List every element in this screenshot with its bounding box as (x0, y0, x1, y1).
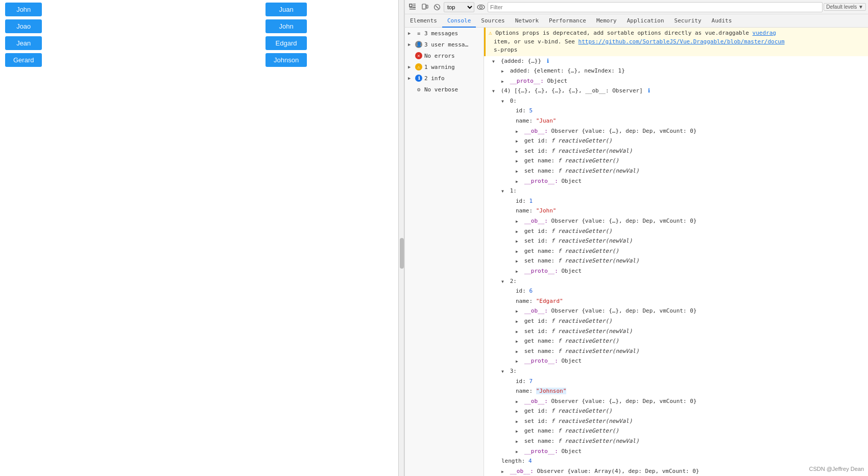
tab-console[interactable]: Console (442, 14, 476, 28)
tab-performance[interactable]: Performance (544, 14, 591, 28)
expand-added-element[interactable] (501, 66, 507, 76)
btn-juan[interactable]: Juan (266, 3, 307, 16)
expand-added-object[interactable] (492, 57, 497, 66)
sidebar-item-no-verbose[interactable]: ▶ ⚙ No verbose (405, 84, 484, 95)
item-0-get-name-val: f reactiveGetter() (558, 157, 619, 164)
item-1-proto-key: __proto__: (524, 268, 558, 274)
warning-link-2[interactable]: https://github.com/SortableJS/Vue.Dragga… (578, 38, 785, 45)
device-toolbar-button[interactable] (419, 2, 430, 13)
expand-item-1-set-name[interactable] (516, 256, 521, 266)
tab-elements[interactable]: Elements (405, 14, 442, 28)
expand-item-1-get-name[interactable] (516, 247, 521, 256)
item-1-set-id-val: f reactiveSetter(newVal) (551, 237, 633, 244)
expand-item-1[interactable] (501, 186, 507, 196)
expand-item-3-ob[interactable] (516, 397, 521, 406)
expand-item-3-get-id[interactable] (516, 407, 521, 416)
expand-item-3-proto[interactable] (516, 447, 521, 456)
item-2-get-name-val: f reactiveGetter() (558, 338, 619, 344)
expand-item-0-set-id[interactable] (516, 147, 521, 156)
log-item-0-get-id: get id: f reactiveGetter() (484, 136, 868, 146)
eye-button[interactable] (475, 2, 487, 13)
log-item-2-id: id: 6 (484, 286, 868, 296)
item-2-set-name-key: set name: (524, 348, 555, 354)
item-0-get-name-key: get name: (524, 157, 555, 164)
log-added-object: {added: {…}} ℹ (484, 56, 868, 66)
warning-icon: ⚠ (415, 63, 422, 70)
expand-item-0-ob[interactable] (516, 127, 521, 136)
log-item-3-id: id: 7 (484, 376, 868, 387)
expand-item-0-set-name[interactable] (516, 166, 521, 176)
sidebar-item-user-messages[interactable]: ▶ 👤 3 user messa… (405, 39, 484, 50)
sidebar-item-info[interactable]: ▶ ℹ 2 info (405, 73, 484, 84)
sidebar-item-no-errors[interactable]: ▶ ✕ No errors (405, 50, 484, 61)
item-3-id-val: 7 (529, 378, 533, 385)
expand-item-1-set-id[interactable] (516, 236, 521, 246)
expand-item-2-get-name[interactable] (516, 337, 521, 346)
expand-item-1-get-id[interactable] (516, 227, 521, 236)
item-3-proto-val: Object (561, 448, 582, 455)
expand-added-proto[interactable] (501, 77, 507, 86)
tab-sources[interactable]: Sources (476, 14, 510, 28)
expand-ob[interactable] (501, 467, 507, 476)
btn-gerard[interactable]: Gerard (5, 53, 42, 67)
sidebar-item-messages[interactable]: ▶ ≡ 3 messages (405, 28, 484, 39)
btn-john[interactable]: John (5, 3, 42, 16)
warning-link-1[interactable]: vuedrag (753, 30, 776, 36)
scrollbar-thumb[interactable] (400, 238, 404, 269)
log-item-2-header: 2: (484, 276, 868, 287)
log-item-1-set-id: set id: f reactiveSetter(newVal) (484, 236, 868, 246)
expand-item-2[interactable] (501, 277, 507, 286)
item-3-set-id-key: set id: (524, 418, 548, 424)
log-item-3-header: 3: (484, 366, 868, 376)
length-val: 4 (528, 458, 532, 464)
expand-item-3-set-name[interactable] (516, 437, 521, 446)
console-filter-input[interactable] (488, 2, 823, 12)
expand-item-0-get-name[interactable] (516, 156, 521, 165)
sidebar-item-warning[interactable]: ▶ ⚠ 1 warning (405, 61, 484, 73)
expand-item-0-proto[interactable] (516, 177, 521, 186)
item-2-proto-key: __proto__: (524, 358, 558, 364)
expand-item-2-set-name[interactable] (516, 347, 521, 356)
expand-item-3-set-id[interactable] (516, 417, 521, 426)
expand-item-2-proto[interactable] (516, 356, 521, 366)
context-selector[interactable]: top (444, 2, 474, 12)
expand-item-2-get-id[interactable] (516, 317, 521, 326)
expand-item-3-get-name[interactable] (516, 426, 521, 436)
log-array: (4) [{…}, {…}, {…}, {…}, __ob__: Observe… (484, 86, 868, 96)
expand-arrow-user-messages: ▶ (408, 42, 413, 47)
tab-audits[interactable]: Audits (707, 14, 737, 28)
expand-item-0[interactable] (501, 97, 507, 106)
info-badge: ℹ (547, 58, 549, 64)
item-0-ob-key: __ob__: (524, 128, 548, 134)
btn-johnson[interactable]: Johnson (266, 53, 307, 67)
expand-item-1-ob[interactable] (516, 217, 521, 226)
expand-array[interactable] (492, 86, 497, 96)
log-added-element: added: {element: {…}, newIndex: 1} (484, 66, 868, 76)
item-0-set-id-key: set id: (524, 148, 548, 154)
expand-item-0-get-id[interactable] (516, 136, 521, 146)
inspect-element-button[interactable] (407, 2, 418, 13)
expand-item-2-set-id[interactable] (516, 327, 521, 336)
log-item-2-set-name: set name: f reactiveSetter(newVal) (484, 346, 868, 356)
default-levels-button[interactable]: Default levels ▼ (824, 3, 866, 11)
console-log-area: ⚠ Options props is deprecated, add sorta… (484, 28, 868, 476)
expand-item-2-ob[interactable] (516, 306, 521, 316)
btn-jean[interactable]: Jean (5, 36, 42, 50)
expand-item-1-proto[interactable] (516, 267, 521, 276)
added-proto-val: Object (547, 78, 567, 84)
expand-item-3[interactable] (501, 367, 507, 376)
tab-network[interactable]: Network (510, 14, 544, 28)
item-2-set-id-key: set id: (524, 328, 548, 335)
tab-security[interactable]: Security (669, 14, 707, 28)
log-item-1-header: 1: (484, 186, 868, 196)
tab-memory[interactable]: Memory (591, 14, 622, 28)
left-button-group: John Joao Jean Gerard (5, 3, 42, 67)
stop-recording-button[interactable] (431, 2, 443, 13)
btn-edgard[interactable]: Edgard (266, 36, 307, 50)
log-item-2-get-id: get id: f reactiveGetter() (484, 316, 868, 326)
item-1-proto-val: Object (561, 268, 582, 274)
tab-application[interactable]: Application (622, 14, 669, 28)
svg-rect-7 (426, 5, 428, 8)
btn-joao[interactable]: Joao (5, 19, 42, 33)
btn-john-right[interactable]: John (266, 19, 307, 33)
